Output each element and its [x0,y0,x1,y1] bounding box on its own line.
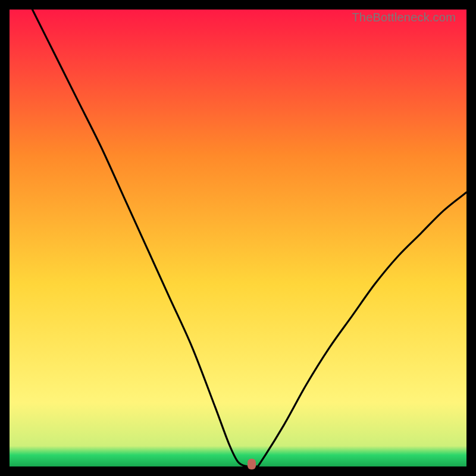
gradient-background [10,10,466,466]
chart-frame: TheBottleneck.com [10,10,466,466]
minimum-marker [248,459,256,469]
chart-svg [10,10,466,466]
watermark-text: TheBottleneck.com [352,11,456,24]
